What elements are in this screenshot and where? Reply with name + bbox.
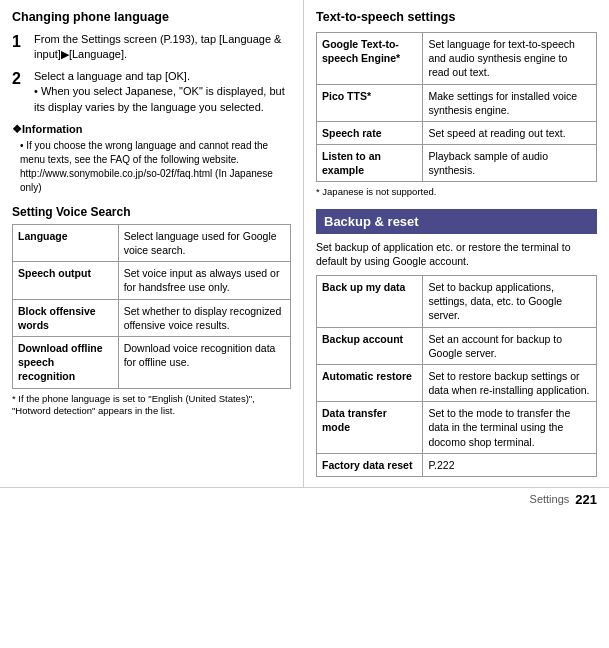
table-row: Backup account Set an account for backup…	[317, 327, 597, 364]
voice-search-title: Setting Voice Search	[12, 205, 291, 219]
table-row: Block offensive words Set whether to dis…	[13, 299, 291, 336]
backup-reset-header: Backup & reset	[316, 209, 597, 234]
step2-main: Select a language and tap [OK].	[34, 70, 190, 82]
table-row: Speech output Set voice input as always …	[13, 262, 291, 299]
table-cell-value: Set language for text-to-speech and audi…	[423, 33, 597, 85]
table-cell-value: Set to restore backup settings or data w…	[423, 364, 597, 401]
step-2: 2 Select a language and tap [OK]. • When…	[12, 69, 291, 115]
table-row: Download offline speech recognition Down…	[13, 336, 291, 388]
table-cell-key: Speech output	[13, 262, 119, 299]
footer-label: Settings	[530, 493, 570, 505]
backup-reset-desc: Set backup of application etc. or restor…	[316, 240, 597, 269]
tts-table: Google Text-to-speech Engine* Set langua…	[316, 32, 597, 182]
table-cell-key: Listen to an example	[317, 145, 423, 182]
table-cell-value: Set to backup applications, settings, da…	[423, 276, 597, 328]
step-1: 1 From the Settings screen (P.193), tap …	[12, 32, 291, 63]
info-header: ❖Information	[12, 123, 291, 136]
step1-text: From the Settings screen (P.193), tap [L…	[34, 32, 291, 63]
right-column: Text-to-speech settings Google Text-to-s…	[304, 0, 609, 487]
backup-table: Back up my data Set to backup applicatio…	[316, 275, 597, 477]
step2-bullet: • When you select Japanese, "OK" is disp…	[34, 85, 285, 112]
table-cell-value: P.222	[423, 453, 597, 476]
voice-search-table: Language Select language used for Google…	[12, 224, 291, 389]
table-cell-value: Playback sample of audio synthesis.	[423, 145, 597, 182]
table-cell-value: Download voice recognition data for offl…	[118, 336, 290, 388]
table-cell-key: Speech rate	[317, 121, 423, 144]
info-section: ❖Information • If you choose the wrong l…	[12, 123, 291, 195]
table-cell-key: Google Text-to-speech Engine*	[317, 33, 423, 85]
table-row: Data transfer mode Set to the mode to tr…	[317, 402, 597, 454]
left-column: Changing phone language 1 From the Setti…	[0, 0, 304, 487]
table-cell-key: Data transfer mode	[317, 402, 423, 454]
table-row: Language Select language used for Google…	[13, 224, 291, 261]
page-footer: Settings 221	[0, 487, 609, 511]
table-row: Pico TTS* Make settings for installed vo…	[317, 84, 597, 121]
table-cell-key: Factory data reset	[317, 453, 423, 476]
table-cell-key: Download offline speech recognition	[13, 336, 119, 388]
info-bullet: • If you choose the wrong language and c…	[12, 139, 291, 195]
table-cell-value: Select language used for Google voice se…	[118, 224, 290, 261]
table-cell-key: Back up my data	[317, 276, 423, 328]
table-cell-value: Set to the mode to transfer the data in …	[423, 402, 597, 454]
table-cell-value: Make settings for installed voice synthe…	[423, 84, 597, 121]
table-cell-value: Set speed at reading out text.	[423, 121, 597, 144]
table-cell-key: Backup account	[317, 327, 423, 364]
table-row: Back up my data Set to backup applicatio…	[317, 276, 597, 328]
tts-footnote: * Japanese is not supported.	[316, 186, 597, 198]
table-cell-key: Block offensive words	[13, 299, 119, 336]
table-row: Speech rate Set speed at reading out tex…	[317, 121, 597, 144]
section1-title: Changing phone language	[12, 10, 291, 24]
step1-number: 1	[12, 32, 30, 63]
table-cell-value: Set an account for backup to Google serv…	[423, 327, 597, 364]
table-row: Listen to an example Playback sample of …	[317, 145, 597, 182]
table-cell-key: Automatic restore	[317, 364, 423, 401]
step2-text: Select a language and tap [OK]. • When y…	[34, 69, 291, 115]
table-row: Automatic restore Set to restore backup …	[317, 364, 597, 401]
step2-number: 2	[12, 69, 30, 115]
footer-page: 221	[575, 492, 597, 507]
table-row: Google Text-to-speech Engine* Set langua…	[317, 33, 597, 85]
table-cell-key: Pico TTS*	[317, 84, 423, 121]
section2-title: Text-to-speech settings	[316, 10, 597, 24]
table-row: Factory data reset P.222	[317, 453, 597, 476]
table-cell-value: Set whether to display recognized offens…	[118, 299, 290, 336]
left-footnote: * If the phone language is set to "Engli…	[12, 393, 291, 418]
table-cell-key: Language	[13, 224, 119, 261]
table-cell-value: Set voice input as always used or for ha…	[118, 262, 290, 299]
